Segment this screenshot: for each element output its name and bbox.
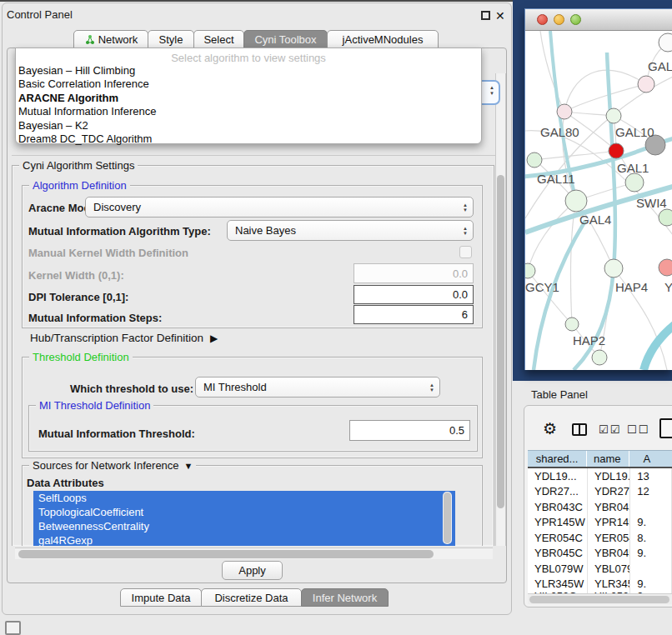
table-row[interactable]: YBR045C YBR045C 9. [528,546,672,562]
tab-discretize-data[interactable]: Discretize Data [201,588,302,607]
node-hap2[interactable] [565,318,579,331]
column-header[interactable]: name [587,451,629,467]
table-header-row[interactable]: shared... name A [528,450,672,468]
scrollbar-thumb[interactable] [18,550,434,558]
cell[interactable]: YDL19... [528,468,588,484]
algo-item-aracne[interactable]: ARACNE Algorithm [16,92,481,105]
cell[interactable]: 13 [630,468,672,484]
dpi-tolerance-field[interactable]: 0.0 [354,285,474,304]
deselect-all-checkboxes-icon[interactable]: ☐☐ [627,423,649,436]
node-gal-partial[interactable] [638,76,654,92]
cell[interactable]: YLR345W [588,577,630,592]
split-table-icon[interactable] [572,423,587,436]
cell[interactable]: YBR045C [588,546,630,562]
float-panel-icon[interactable] [481,11,490,20]
cell[interactable]: YPR145W [588,515,630,531]
algo-item-dream8[interactable]: Dream8 DC_TDC Algorithm [16,132,481,146]
close-traffic-light-icon[interactable] [537,14,548,25]
mi-threshold-field[interactable]: 0.5 [349,420,470,441]
gear-icon[interactable]: ⚙ [543,419,557,438]
hub-tf-section-toggle[interactable]: Hub/Transcription Factor Definition ▶ [30,332,218,344]
scrollbar-thumb[interactable] [529,596,669,603]
list-scrollbar[interactable] [443,492,452,544]
mi-type-select[interactable]: Naive Bayes ▲▼ [227,220,474,241]
cell[interactable]: 9. [630,515,672,531]
table-row[interactable]: YPR145W YPR145W 9. [528,515,672,531]
node-gal80[interactable] [557,104,572,119]
zoom-traffic-light-icon[interactable] [570,14,581,25]
table-row[interactable]: YBR043C YBR043C [528,499,672,515]
list-item[interactable]: SelfLoops [33,491,455,505]
tab-select[interactable]: Select [193,30,244,48]
cell[interactable]: YER054C [528,530,588,546]
cell[interactable]: YBL079W [588,561,630,577]
scrollbar-thumb[interactable] [444,492,451,543]
node-gal10[interactable] [606,108,621,123]
table-row[interactable]: YBL079W YBL079W [528,561,672,577]
kernel-width-field[interactable]: 0.0 [354,263,474,283]
network-view-window[interactable]: GAL GAL80 GAL10 GAL1 GAL11 SWI4 GAL4 GCY… [524,8,672,370]
node-gcy1[interactable] [525,263,535,278]
node-salmon[interactable] [659,259,672,276]
tab-jactivemnodules[interactable]: jActiveMNodules [327,30,439,48]
collapsed-panel-icon[interactable] [5,621,21,635]
column-header[interactable]: shared... [528,451,587,467]
tab-infer-network[interactable]: Infer Network [301,588,389,607]
cell[interactable]: YPR145W [528,515,588,531]
algo-item-bayesian-hill[interactable]: Bayesian – Hill Climbing [16,64,481,78]
node-hap4[interactable] [604,259,623,278]
cell[interactable]: YDR27... [528,484,588,500]
cell[interactable]: YBL079W [528,561,588,577]
algo-item-bayesian-k2[interactable]: Bayesian – K2 [16,119,481,132]
cell[interactable]: 12 [630,484,672,500]
list-item[interactable]: BetweennessCentrality [33,519,455,533]
node-bottom[interactable] [592,350,607,365]
settings-horizontal-scrollbar[interactable] [15,548,493,559]
cell[interactable]: 9. [630,577,672,592]
table-row[interactable]: YDL19... YDL19... 13 [528,468,672,484]
node-gal11[interactable] [527,152,542,168]
tab-network[interactable]: Network [73,30,148,48]
cell[interactable] [630,561,672,577]
cell[interactable]: YBR043C [528,499,588,515]
cell[interactable]: YDR27... [588,484,630,500]
column-header[interactable]: A [629,451,672,467]
algo-item-mutual-information[interactable]: Mutual Information Inference [16,105,481,118]
table-row[interactable]: YER054C YER054C 8. [528,530,672,546]
settings-vertical-scrollbar[interactable] [495,73,506,546]
network-window-titlebar[interactable] [525,9,672,31]
aracne-mode-select[interactable]: Discovery ▲▼ [85,197,474,218]
tab-cyni-toolbox[interactable]: Cyni Toolbox [243,30,328,48]
apply-button[interactable]: Apply [222,561,283,580]
node-gal4[interactable] [565,190,587,212]
cell[interactable]: YBR045C [528,546,588,562]
node-attribute-table[interactable]: shared... name A YDL19... YDL19... 13 YD… [528,450,672,600]
tab-impute-data[interactable]: Impute Data [120,588,202,607]
scrollbar-thumb[interactable] [497,175,504,508]
sources-header[interactable]: Sources for Network Inference ▼ [29,459,196,472]
node-gal1[interactable] [625,173,644,192]
new-table-icon[interactable] [659,418,672,438]
list-item[interactable]: TopologicalCoefficient [33,505,455,519]
list-item[interactable]: gal4RGexp [33,533,455,546]
network-canvas[interactable]: GAL GAL80 GAL10 GAL1 GAL11 SWI4 GAL4 GCY… [525,31,672,370]
select-all-checkboxes-icon[interactable]: ☑☑ [599,423,621,436]
cell[interactable]: YLR345W [528,577,588,592]
tab-style[interactable]: Style [148,30,194,48]
algo-item-basic-correlation[interactable]: Basic Correlation Inference [16,78,481,91]
table-row[interactable]: YDR27... YDR27... 12 [528,484,672,500]
which-threshold-select[interactable]: MI Threshold ▲▼ [195,377,440,398]
table-row[interactable]: YLR345W YLR345W 9. [528,577,672,592]
cell[interactable]: YDL19... [588,468,630,484]
cell[interactable]: 9. [630,546,672,562]
data-attributes-list[interactable]: SelfLoops TopologicalCoefficient Between… [33,491,455,546]
cell[interactable]: YER054C [588,530,630,546]
manual-kernel-checkbox[interactable] [459,246,472,258]
cell[interactable]: YBR043C [588,499,630,515]
mi-steps-field[interactable]: 6 [354,305,474,324]
cell[interactable]: 8. [630,530,672,546]
table-horizontal-scrollbar[interactable] [528,593,672,604]
node-green-edge[interactable] [659,209,672,226]
minimize-traffic-light-icon[interactable] [554,14,564,25]
cell[interactable] [630,499,672,515]
